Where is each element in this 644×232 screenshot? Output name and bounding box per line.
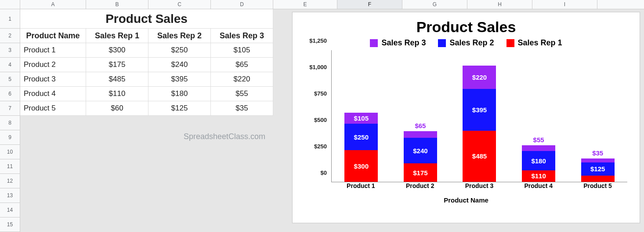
row-header-6[interactable]: 6 bbox=[0, 87, 20, 101]
header-sales-rep-2[interactable]: Sales Rep 2 bbox=[148, 29, 211, 43]
x-tick-label: Product 5 bbox=[576, 182, 620, 195]
y-tick: $750 bbox=[314, 90, 327, 97]
bar-segment: $180 bbox=[522, 151, 555, 170]
cell-rep3-1[interactable]: $105 bbox=[211, 43, 273, 57]
row-header-4[interactable]: 4 bbox=[0, 58, 20, 72]
cell-product-name-1[interactable]: Product 1 bbox=[20, 43, 86, 57]
cell-rep3-5[interactable]: $35 bbox=[211, 101, 273, 115]
cell-product-name-4[interactable]: Product 4 bbox=[20, 87, 86, 101]
bar-segment: $300 bbox=[344, 150, 378, 182]
bar-value-label: $180 bbox=[531, 157, 546, 165]
header-sales-rep-1[interactable]: Sales Rep 1 bbox=[86, 29, 148, 43]
bar-segment: $395 bbox=[463, 89, 496, 131]
bar-value-label: $175 bbox=[413, 169, 427, 177]
x-tick-label: Product 4 bbox=[517, 182, 561, 195]
cell-rep1-3[interactable]: $485 bbox=[86, 72, 148, 86]
chart-x-labels: Product 1Product 2Product 3Product 4Prod… bbox=[331, 182, 627, 195]
column-header-E[interactable]: E bbox=[273, 0, 337, 9]
row-header-3[interactable]: 3 bbox=[0, 43, 20, 58]
row-header-5[interactable]: 5 bbox=[0, 72, 20, 87]
bar-segment bbox=[404, 131, 437, 138]
column-header-D[interactable]: D bbox=[211, 0, 273, 9]
x-tick-label: Product 3 bbox=[457, 182, 501, 195]
chart-legend: Sales Rep 3Sales Rep 2Sales Rep 1 bbox=[293, 38, 640, 48]
cell-product-name-5[interactable]: Product 5 bbox=[20, 101, 86, 115]
y-tick: $500 bbox=[314, 117, 327, 123]
bar-segment: $250 bbox=[344, 124, 378, 150]
cell-rep1-4[interactable]: $110 bbox=[86, 87, 148, 101]
bar-stack: $110$180 bbox=[522, 145, 555, 182]
cell-rep1-2[interactable]: $175 bbox=[86, 58, 148, 72]
header-sales-rep-3[interactable]: Sales Rep 3 bbox=[211, 29, 273, 43]
cell-rep2-1[interactable]: $250 bbox=[148, 43, 211, 57]
cell-rep2-5[interactable]: $125 bbox=[148, 101, 211, 115]
bar-value-label: $485 bbox=[472, 152, 487, 160]
row-header-14[interactable]: 14 bbox=[0, 203, 20, 217]
bar-value-label-floating: $65 bbox=[415, 122, 426, 129]
column-header-F[interactable]: F bbox=[337, 0, 402, 9]
cell-rep1-5[interactable]: $60 bbox=[86, 101, 148, 115]
row-header-9[interactable]: 9 bbox=[0, 130, 20, 145]
chart-container[interactable]: Product Sales Sales Rep 3Sales Rep 2Sale… bbox=[292, 12, 640, 223]
legend-swatch bbox=[438, 39, 446, 47]
bar-segment: $175 bbox=[404, 163, 437, 182]
x-tick-label: Product 2 bbox=[398, 182, 442, 195]
y-tick: $250 bbox=[314, 143, 327, 150]
bar-segment: $220 bbox=[463, 66, 496, 89]
column-header-C[interactable]: C bbox=[148, 0, 211, 9]
data-region: Product SalesProduct NameSales Rep 1Sale… bbox=[20, 9, 273, 116]
column-header-G[interactable]: G bbox=[402, 0, 467, 9]
legend-label: Sales Rep 2 bbox=[449, 38, 494, 48]
chart-plot-area: $0$250$500$750$1,000$1,250 $300$250$105$… bbox=[303, 50, 629, 195]
column-header-H[interactable]: H bbox=[467, 0, 532, 9]
select-all-corner[interactable] bbox=[0, 0, 20, 9]
row-header-12[interactable]: 12 bbox=[0, 174, 20, 188]
bar-stack: $485$395$220 bbox=[463, 66, 496, 182]
bar-value-label-floating: $35 bbox=[592, 149, 603, 157]
watermark-text: SpreadsheetClass.com bbox=[184, 132, 265, 141]
row-header-2[interactable]: 2 bbox=[0, 29, 20, 43]
cell-rep2-2[interactable]: $240 bbox=[148, 58, 211, 72]
cell-rep3-2[interactable]: $65 bbox=[211, 58, 273, 72]
cell-rep3-4[interactable]: $55 bbox=[211, 87, 273, 101]
cell-rep2-4[interactable]: $180 bbox=[148, 87, 211, 101]
legend-label: Sales Rep 1 bbox=[518, 38, 562, 48]
bar-segment: $105 bbox=[344, 113, 378, 124]
table-title-cell[interactable]: Product Sales bbox=[20, 9, 273, 28]
legend-swatch bbox=[507, 39, 514, 47]
row-header-13[interactable]: 13 bbox=[0, 188, 20, 203]
row-header-7[interactable]: 7 bbox=[0, 101, 20, 116]
row-header-1[interactable]: 1 bbox=[0, 9, 20, 29]
cell-rep2-3[interactable]: $395 bbox=[148, 72, 211, 86]
cells-area[interactable]: Product SalesProduct NameSales Rep 1Sale… bbox=[20, 9, 644, 232]
cell-rep3-3[interactable]: $220 bbox=[211, 72, 273, 86]
bar-value-label-floating: $55 bbox=[533, 136, 544, 144]
legend-item: Sales Rep 1 bbox=[507, 38, 562, 48]
row-header-8[interactable]: 8 bbox=[0, 116, 20, 130]
row-header-10[interactable]: 10 bbox=[0, 145, 20, 159]
column-header-I[interactable]: I bbox=[532, 0, 597, 9]
legend-swatch bbox=[370, 39, 378, 47]
legend-item: Sales Rep 3 bbox=[370, 38, 426, 48]
row-header-11[interactable]: 11 bbox=[0, 159, 20, 174]
cell-product-name-2[interactable]: Product 2 bbox=[20, 58, 86, 72]
column-header-A[interactable]: A bbox=[20, 0, 86, 9]
column-header-B[interactable]: B bbox=[86, 0, 148, 9]
cell-product-name-3[interactable]: Product 3 bbox=[20, 72, 86, 86]
bar-segment: $240 bbox=[404, 138, 437, 163]
chart-plot: $300$250$105$65$175$240$485$395$220$55$1… bbox=[331, 50, 627, 182]
spreadsheet: ABCDEFGHI 123456789101112131415 Product … bbox=[0, 0, 644, 232]
cell-rep1-1[interactable]: $300 bbox=[86, 43, 148, 57]
bar-value-label: $300 bbox=[354, 162, 369, 170]
bar-value-label: $110 bbox=[531, 172, 546, 180]
bar-value-label: $240 bbox=[413, 147, 427, 155]
bar-value-label: $125 bbox=[590, 165, 605, 173]
chart-title: Product Sales bbox=[293, 18, 640, 36]
row-header-col: 123456789101112131415 bbox=[0, 9, 20, 232]
y-tick: $1,000 bbox=[309, 64, 327, 70]
row-header-15[interactable]: 15 bbox=[0, 217, 20, 232]
bar-stack: $175$240 bbox=[404, 131, 437, 182]
header-product-name[interactable]: Product Name bbox=[20, 29, 86, 43]
column-header-row: ABCDEFGHI bbox=[0, 0, 644, 9]
bar-value-label: $105 bbox=[354, 114, 369, 122]
